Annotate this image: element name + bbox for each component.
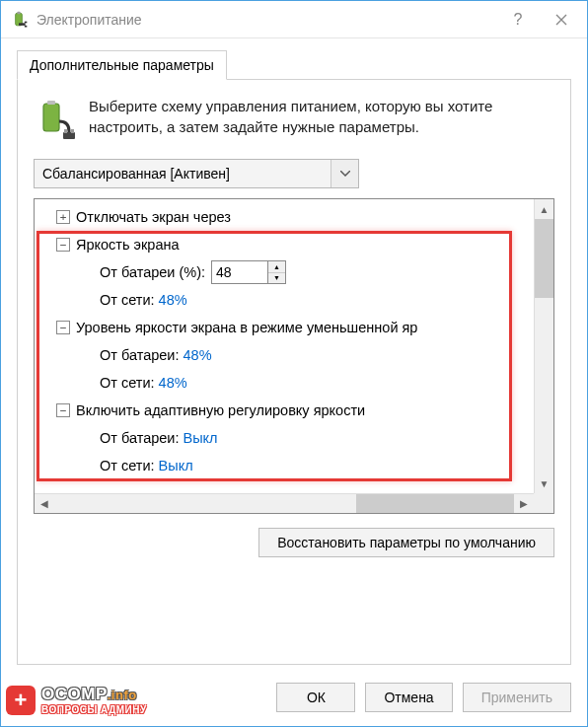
spinner-buttons[interactable]: ▲ ▼ <box>267 261 285 283</box>
setting-label: От сети: <box>100 458 155 473</box>
setting-value: Выкл <box>184 430 218 446</box>
svg-rect-5 <box>43 104 59 131</box>
horizontal-scrollbar[interactable]: ◀ ▶ <box>35 493 534 513</box>
content: Дополнительные параметры Выберите схему … <box>1 38 587 673</box>
setting-label: От батареи: <box>100 430 179 446</box>
chevron-down-icon <box>331 160 358 187</box>
brightness-battery-input[interactable] <box>212 261 267 283</box>
setting-label: От сети: <box>100 375 155 391</box>
apply-button[interactable]: Применить <box>463 683 571 712</box>
tab-advanced[interactable]: Дополнительные параметры <box>17 50 227 80</box>
adaptive-battery-row[interactable]: От батареи: Выкл <box>40 424 534 452</box>
setting-value: 48% <box>184 347 212 363</box>
intro: Выберите схему управления питанием, кото… <box>34 96 554 141</box>
close-button[interactable] <box>540 5 583 35</box>
scroll-track[interactable] <box>535 298 553 473</box>
setting-value: Выкл <box>159 458 193 473</box>
collapse-icon[interactable]: − <box>56 403 70 417</box>
setting-label: От сети: <box>100 292 155 308</box>
dim-ac-row[interactable]: От сети: 48% <box>40 369 534 397</box>
node-label: Включить адаптивную регулировку яркости <box>76 402 365 418</box>
setting-label: От батареи: <box>100 347 179 363</box>
battery-plug-icon <box>34 100 75 141</box>
brightness-battery-row[interactable]: От батареи (%): ▲ ▼ <box>40 258 534 286</box>
scroll-thumb[interactable] <box>356 494 514 513</box>
power-options-window: Электропитание ? Дополнительные параметр… <box>0 0 588 727</box>
setting-value: 48% <box>159 292 187 308</box>
svg-rect-9 <box>71 129 74 133</box>
tree-node-brightness[interactable]: − Яркость экрана <box>40 231 534 258</box>
restore-row: Восстановить параметры по умолчанию <box>34 528 554 557</box>
spinner-down-icon[interactable]: ▼ <box>268 273 285 284</box>
brightness-ac-row[interactable]: От сети: 48% <box>40 286 534 314</box>
dialog-buttons: ОК Отмена Применить <box>1 673 587 726</box>
scroll-down-icon[interactable]: ▼ <box>535 473 553 493</box>
scroll-left-icon[interactable]: ◀ <box>35 494 54 513</box>
tree-node-adaptive[interactable]: − Включить адаптивную регулировку яркост… <box>40 397 534 424</box>
scroll-up-icon[interactable]: ▲ <box>535 199 553 219</box>
node-label: Яркость экрана <box>76 237 180 253</box>
power-icon <box>9 10 29 30</box>
spinner-up-icon[interactable]: ▲ <box>268 261 285 273</box>
svg-rect-6 <box>47 101 55 105</box>
svg-rect-2 <box>19 23 26 26</box>
window-title: Электропитание <box>37 12 496 28</box>
titlebar: Электропитание ? <box>1 1 587 38</box>
node-label: Отключать экран через <box>76 209 231 225</box>
adaptive-ac-row[interactable]: От сети: Выкл <box>40 452 534 479</box>
restore-defaults-button[interactable]: Восстановить параметры по умолчанию <box>258 528 554 557</box>
scheme-selected-text: Сбалансированная [Активен] <box>35 166 331 182</box>
ok-button[interactable]: ОК <box>276 683 355 712</box>
svg-rect-7 <box>63 132 75 139</box>
scheme-dropdown[interactable]: Сбалансированная [Активен] <box>34 159 359 188</box>
setting-value: 48% <box>159 375 187 391</box>
tree-node-display-off[interactable]: + Отключать экран через <box>40 203 534 231</box>
vertical-scrollbar[interactable]: ▲ ▼ <box>534 199 553 493</box>
expand-icon[interactable]: + <box>56 210 70 224</box>
collapse-icon[interactable]: − <box>56 321 70 334</box>
svg-rect-4 <box>25 25 28 27</box>
collapse-icon[interactable]: − <box>56 238 70 252</box>
svg-rect-8 <box>64 129 67 133</box>
help-button[interactable]: ? <box>496 5 540 35</box>
tree-node-dim-brightness[interactable]: − Уровень яркости экрана в режиме уменьш… <box>40 314 534 341</box>
tab-body: Выберите схему управления питанием, кото… <box>17 79 571 665</box>
dim-battery-row[interactable]: От батареи: 48% <box>40 341 534 369</box>
tree-viewport: + Отключать экран через − Яркость экрана… <box>35 199 534 493</box>
brightness-battery-spinner[interactable]: ▲ ▼ <box>211 260 286 284</box>
scrollbar-corner <box>534 493 553 513</box>
svg-rect-1 <box>17 11 20 13</box>
node-label: Уровень яркости экрана в режиме уменьшен… <box>76 320 417 335</box>
intro-text: Выберите схему управления питанием, кото… <box>89 96 554 141</box>
scroll-thumb[interactable] <box>535 219 553 298</box>
scroll-right-icon[interactable]: ▶ <box>514 494 534 513</box>
cancel-button[interactable]: Отмена <box>365 683 452 712</box>
scroll-track[interactable] <box>54 494 356 513</box>
setting-label: От батареи (%): <box>100 264 205 280</box>
tab-strip: Дополнительные параметры <box>17 50 571 80</box>
svg-rect-3 <box>25 21 28 23</box>
settings-tree: + Отключать экран через − Яркость экрана… <box>34 198 554 514</box>
